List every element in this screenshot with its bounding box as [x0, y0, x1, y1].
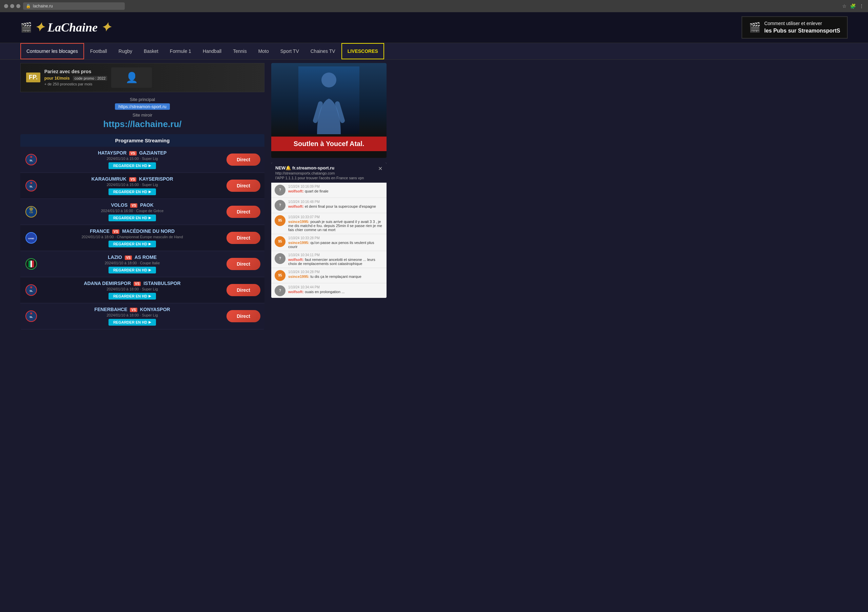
content-area: FP. Pariez avec des pros pour 1€/mois co…	[0, 63, 868, 329]
chat-messages: ? 1/10/24 10:16:09 PM wolfsoft: quart de…	[271, 182, 386, 298]
team2-name: KONYASPOR	[140, 307, 170, 312]
direct-button[interactable]: Direct	[226, 232, 260, 244]
watch-label: REGARDER EN HD	[113, 216, 147, 220]
match-teams: ADANA DEMIRSPOR VS ISTANBULSPOR	[41, 281, 223, 286]
chat-info: l'APP 1.1.1.1 pour trouver l'accès en Fr…	[275, 176, 364, 180]
watch-button[interactable]: REGARDER EN HD ▶	[108, 293, 156, 300]
watch-button[interactable]: REGARDER EN HD ▶	[108, 241, 156, 247]
svg-rect-12	[31, 261, 32, 267]
match-logo: SL	[25, 309, 38, 323]
nav-item-blocages[interactable]: Contourner les blocages	[20, 43, 84, 59]
chat-timestamp: 1/10/24 10:34:28 PM	[288, 270, 383, 274]
watch-button[interactable]: REGARDER EN HD ▶	[108, 215, 156, 221]
svg-text:CG: CG	[29, 211, 33, 213]
match-row: LAZIO VS AS ROME 2024/01/10 à 18:00 · Co…	[20, 251, 265, 277]
chat-close-button[interactable]: ✕	[378, 165, 383, 172]
chat-avatar: 95	[274, 270, 285, 281]
chat-username: wolfsoft:	[288, 204, 304, 209]
nav-item-football[interactable]: Football	[85, 43, 113, 59]
menu-icon[interactable]: ⋮	[859, 3, 864, 9]
match-meta: 2024/01/10 à 15:00 · Super Lig	[41, 156, 223, 161]
vs-badge: VS	[130, 308, 137, 312]
star-icon[interactable]: ☆	[842, 3, 846, 9]
browser-bar: 🔒 lachaine.ru ☆ 🧩 ⋮	[0, 0, 868, 12]
match-info: ADANA DEMIRSPOR VS ISTANBULSPOR 2024/01/…	[41, 281, 223, 300]
play-arrow-icon: ▶	[149, 268, 151, 272]
header-ad[interactable]: 🎬 Comment utiliser et enlever les Pubs s…	[741, 16, 848, 39]
chat-username: wolfsoft:	[288, 258, 304, 261]
site-mirror-label: Site miroir	[20, 113, 265, 117]
chat-msg-body: 1/10/24 10:34:28 PM ssince1995: tu dis ç…	[288, 270, 383, 278]
chat-subtitle: http://streamonsportx.chatango.com	[275, 171, 364, 175]
header: 🎬 ✦ LaChaine ✦ 🎬 Comment utiliser et enl…	[0, 12, 868, 43]
direct-button[interactable]: Direct	[226, 310, 260, 322]
banner-image: 👤	[111, 68, 152, 88]
play-arrow-icon: ▶	[149, 320, 151, 324]
svg-point-5	[30, 182, 32, 184]
nav-item-livescores[interactable]: LIVESCORES	[341, 43, 384, 59]
match-info: FRANCE VS MACÉDOINE DU NORD 2024/01/10 à…	[41, 229, 223, 247]
match-info: FENERBAHCE VS KONYASPOR 2024/01/10 à 18:…	[41, 307, 223, 326]
match-logo: SL	[25, 179, 38, 193]
direct-button[interactable]: Direct	[226, 206, 260, 218]
chat-message: ? 1/10/24 10:34:11 PM wolfsoft: faut rem…	[271, 251, 386, 268]
chat-message: 95 1/10/24 10:34:28 PM ssince1995: tu di…	[271, 268, 386, 283]
watch-button[interactable]: REGARDER EN HD ▶	[108, 267, 156, 274]
team1-name: HATAYSPOR	[98, 150, 127, 156]
match-logo: HAND	[25, 231, 38, 245]
watch-button[interactable]: REGARDER EN HD ▶	[108, 189, 156, 195]
site-principal-label: Site principal	[20, 97, 265, 102]
vs-badge: VS	[130, 203, 137, 208]
chat-widget: NEW🔔 fr.streamon-sport.ru http://streamo…	[271, 163, 386, 298]
direct-button[interactable]: Direct	[226, 258, 260, 270]
match-row: SL FENERBAHCE VS KONYASPOR 2024/01/10 à …	[20, 303, 265, 329]
watch-label: REGARDER EN HD	[113, 242, 147, 246]
chat-message-text: tu dis ça le remplaçant marque	[310, 275, 361, 278]
direct-button[interactable]: Direct	[226, 284, 260, 296]
nav-item-chainestv[interactable]: Chaines TV	[305, 43, 341, 59]
chat-username: wolfsoft:	[288, 189, 304, 193]
browser-toolbar-icons: ☆ 🧩 ⋮	[842, 3, 864, 9]
site-mirror-url[interactable]: https://lachaine.ru/	[20, 119, 265, 130]
vs-badge: VS	[133, 281, 141, 286]
play-arrow-icon: ▶	[149, 190, 151, 193]
player-silhouette-svg	[298, 66, 360, 134]
match-meta: 2024/01/10 à 18:00 · Coupe Italie	[41, 261, 223, 265]
chat-timestamp: 1/10/24 10:16:48 PM	[288, 200, 383, 204]
direct-button[interactable]: Direct	[226, 153, 260, 166]
chat-header: NEW🔔 fr.streamon-sport.ru http://streamo…	[271, 163, 386, 182]
chat-msg-body: 1/10/24 10:33:07 PM ssince1995: pouah je…	[288, 215, 383, 232]
site-info: Site principal https://streamon-sport.ru…	[20, 97, 265, 130]
chat-avatar: ?	[274, 185, 285, 196]
nav-item-moto[interactable]: Moto	[253, 43, 274, 59]
svg-point-19	[30, 312, 32, 314]
chat-avatar: 95	[274, 215, 285, 226]
chat-avatar: ?	[274, 200, 285, 211]
extensions-icon[interactable]: 🧩	[850, 3, 856, 9]
team2-name: AS ROME	[135, 255, 157, 260]
betting-text: Pariez avec des pros pour 1€/mois code p…	[44, 68, 107, 87]
matches-container: SL HATAYSPOR VS GAZIANTEP 2024/01/10 à 1…	[20, 147, 265, 329]
betting-banner[interactable]: FP. Pariez avec des pros pour 1€/mois co…	[20, 63, 265, 92]
direct-button[interactable]: Direct	[226, 179, 260, 192]
chat-message-text: quart de finale	[305, 189, 329, 193]
nav-item-sporttv[interactable]: Sport TV	[275, 43, 304, 59]
nav-item-formule1[interactable]: Formule 1	[164, 43, 197, 59]
address-bar[interactable]: 🔒 lachaine.ru	[23, 2, 125, 10]
match-logo: CG	[25, 205, 38, 219]
site-principal-url[interactable]: https://streamon-sport.ru	[115, 104, 170, 110]
nav-item-tennis[interactable]: Tennis	[228, 43, 252, 59]
browser-dot-3	[16, 4, 20, 8]
nav-item-basket[interactable]: Basket	[138, 43, 164, 59]
nav-item-handball[interactable]: Handball	[197, 43, 227, 59]
play-arrow-icon: ▶	[149, 216, 151, 219]
svg-text:SL: SL	[29, 315, 33, 318]
svg-rect-11	[28, 261, 31, 267]
nav-item-rugby[interactable]: Rugby	[113, 43, 138, 59]
chat-username: ssince1995:	[288, 275, 309, 278]
match-teams: FRANCE VS MACÉDOINE DU NORD	[41, 229, 223, 234]
match-info: LAZIO VS AS ROME 2024/01/10 à 18:00 · Co…	[41, 255, 223, 274]
browser-controls	[4, 4, 20, 8]
watch-button[interactable]: REGARDER EN HD ▶	[108, 319, 156, 326]
watch-button[interactable]: REGARDER EN HD ▶	[108, 162, 156, 169]
